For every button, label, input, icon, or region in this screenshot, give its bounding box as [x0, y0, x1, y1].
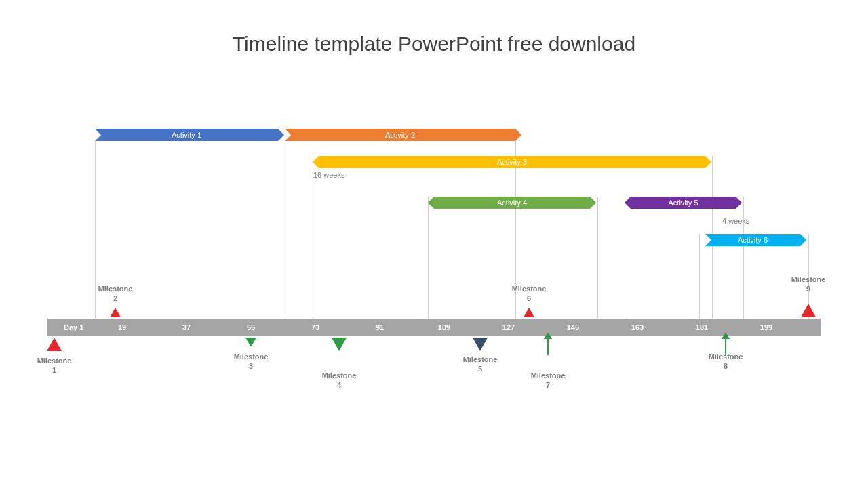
timeline-chart: Activity 1Activity 2Activity 3Activity 4…	[47, 129, 821, 413]
activity-bar: Activity 3	[319, 156, 705, 168]
guideline	[597, 197, 598, 319]
milestone-label: Milestone4	[322, 371, 357, 390]
milestone-label: Milestone5	[463, 355, 498, 374]
axis-tick: 145	[567, 319, 579, 336]
milestone-label: Milestone8	[709, 352, 743, 371]
guideline	[743, 197, 744, 319]
duration-note: 4 weeks	[722, 217, 749, 225]
milestone-marker	[332, 338, 347, 351]
milestone-marker	[47, 338, 62, 351]
axis-tick: 73	[311, 319, 319, 336]
milestone-marker	[473, 338, 488, 351]
axis-tick: 181	[696, 319, 708, 336]
guideline	[313, 156, 313, 319]
milestone-label: Milestone7	[531, 371, 566, 390]
activity-bar: Activity 6	[705, 234, 800, 246]
timeline-axis: Day 11937557391109127145163181199	[47, 319, 821, 336]
milestone-marker	[801, 304, 816, 317]
axis-tick: 199	[760, 319, 772, 336]
axis-tick: 163	[631, 319, 644, 336]
axis-tick: 37	[182, 319, 191, 336]
activity-bar: Activity 1	[95, 129, 278, 141]
milestone-marker	[245, 338, 256, 347]
milestone-label: Milestone6	[512, 285, 547, 304]
activity-bar: Activity 4	[434, 197, 590, 209]
guideline	[699, 234, 700, 319]
milestone-marker	[110, 308, 121, 317]
guideline	[95, 129, 96, 319]
guideline	[625, 197, 625, 319]
axis-tick: Day 1	[64, 319, 83, 336]
milestone-marker	[524, 308, 534, 317]
milestone-label: Milestone2	[98, 285, 133, 304]
milestone-label: Milestone3	[234, 352, 269, 371]
axis-tick: 91	[376, 319, 384, 336]
activity-bar: Activity 2	[285, 129, 515, 141]
axis-tick: 19	[118, 319, 126, 336]
activity-bar: Activity 5	[631, 197, 736, 209]
milestone-label: Milestone9	[791, 275, 826, 294]
guideline	[428, 197, 429, 319]
duration-note: 16 weeks	[313, 171, 344, 179]
axis-tick: 127	[502, 319, 515, 336]
milestone-label: Milestone1	[37, 357, 72, 375]
page-title: Timeline template PowerPoint free downlo…	[0, 33, 868, 56]
guideline	[285, 129, 285, 319]
milestone-marker	[547, 338, 549, 355]
axis-tick: 55	[247, 319, 255, 336]
axis-tick: 109	[438, 319, 450, 336]
